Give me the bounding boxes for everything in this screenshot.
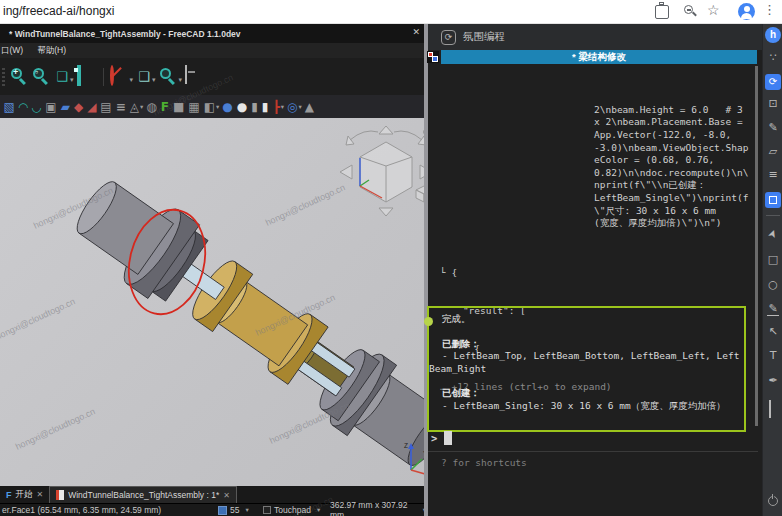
part-tool-icon[interactable]: ▦: [188, 100, 200, 114]
tab-close-icon[interactable]: ✕: [37, 490, 44, 499]
zoom-out-icon[interactable]: [684, 5, 698, 19]
freecad-window-title: * WindTunnelBalance_TightAssembly - Free…: [9, 29, 241, 39]
tab-start[interactable]: F 开始 ✕: [0, 486, 49, 503]
toolbar-grip[interactable]: [2, 68, 5, 86]
share-icon[interactable]: ∵: [763, 52, 782, 64]
statusbar: er.Face1 (65.54 mm, 6.35 mm, 24.59 mm) 5…: [0, 503, 426, 516]
code-line: eColor = (0.68, 0.76,: [594, 154, 748, 167]
arrow-tool-icon[interactable]: ↖: [763, 326, 782, 338]
vibe-logo-icon: ⟳: [441, 30, 456, 45]
user-avatar[interactable]: h: [765, 27, 781, 43]
created-items: - LeftBeam_Single: 30 x 16 x 6 mm（宽度、厚度均…: [429, 400, 740, 413]
clipping-plane-icon[interactable]: [110, 65, 114, 86]
screen: ing/freecad-ai/hongxi ☆ ⋮ * WindTunnelBa…: [0, 0, 782, 516]
circle-tool-icon[interactable]: ○: [763, 279, 782, 291]
draw-style-icon[interactable]: ❑: [136, 67, 152, 87]
text-tool-icon[interactable]: T: [763, 350, 782, 362]
start-page-icon: F: [6, 490, 12, 500]
rectangle-tool-icon[interactable]: □: [763, 254, 782, 266]
part-tool-icon[interactable]: ▮: [262, 100, 270, 114]
chevron-down-icon[interactable]: ▾: [70, 76, 74, 84]
chevron-down-icon[interactable]: ▾: [130, 76, 134, 84]
freecad-titlebar[interactable]: * WindTunnelBalance_TightAssembly - Free…: [0, 24, 426, 43]
code-line: 0.82)\n\ndoc.recompute()\n\: [594, 167, 748, 180]
3d-viewport[interactable]: Z Y X hongxi@cloudtogo.cn hongxi@cloudto…: [0, 118, 433, 486]
window-close-icon[interactable]: ✕: [412, 27, 420, 37]
terminal-prompt[interactable]: >: [431, 431, 452, 445]
part-tool-icon[interactable]: ▣: [45, 100, 57, 114]
chevron-down-icon[interactable]: ▾: [179, 76, 183, 84]
menu-help[interactable]: 帮助(H): [37, 45, 66, 57]
part-tool-icon[interactable]: ●: [222, 100, 233, 114]
task-title-bar: * 梁结构修改: [441, 50, 757, 64]
trash-icon[interactable]: [768, 400, 778, 418]
part-tool-icon[interactable]: ▧: [4, 100, 16, 114]
eyedropper-icon[interactable]: ✒: [763, 375, 782, 387]
prompt-char: >: [431, 432, 437, 444]
part-tool-icon[interactable]: ◡: [32, 100, 42, 114]
part-tool-icon[interactable]: ▮: [251, 100, 259, 114]
freecad-doc-icon: [56, 490, 64, 500]
robot-icon[interactable]: ⊡: [763, 98, 782, 110]
browser-profile-avatar[interactable]: [738, 3, 755, 20]
view-size-dropdown[interactable]: 362.97 mm x 307.92 mm ▾: [330, 500, 426, 516]
zoom-tools-icon[interactable]: [159, 67, 179, 87]
part-tool-icon[interactable]: ▲: [305, 100, 315, 114]
part-tool-icon[interactable]: ◎ ▾: [287, 100, 302, 114]
panel-scrollbar[interactable]: [755, 66, 758, 426]
code-line: App.Vector(-122.0, -8.0,: [594, 129, 748, 142]
render-quality-dropdown[interactable]: 55 ▾: [218, 505, 249, 515]
navigation-style-dropdown[interactable]: Touchpad ▾: [263, 505, 320, 515]
edit-note-icon[interactable]: ✎: [763, 122, 782, 134]
tab-document[interactable]: WindTunnelBalance_TightAssembly : 1* ✕: [49, 486, 237, 503]
part-tool-icon[interactable]: ◍: [146, 100, 157, 114]
tab-close-icon[interactable]: ✕: [223, 491, 230, 500]
navcube-rotate-right-arrow: [394, 131, 422, 140]
view-toolbar: + ▫ ❑ ▾ ▾ ❑ ▾ ▾: [0, 58, 426, 95]
bookmark-star-icon[interactable]: ☆: [707, 2, 720, 18]
part-tool-icon[interactable]: ◧ ▾: [204, 100, 220, 114]
task-app-icon: [427, 51, 439, 63]
chevron-down-icon[interactable]: ▾: [152, 76, 156, 84]
browser-menu-icon[interactable]: ⋮: [763, 2, 776, 17]
code-line: \"尺寸: 30 x 16 x 6 mm: [594, 205, 748, 218]
power-icon[interactable]: [768, 496, 778, 506]
part-tool-icon[interactable]: ●: [237, 100, 248, 114]
fit-selection-icon[interactable]: [77, 65, 81, 86]
chevron-down-icon: ▾: [216, 103, 219, 111]
folder-icon[interactable]: ▱: [763, 146, 782, 158]
part-tool-icon[interactable]: ▤: [100, 100, 112, 114]
vibe-coding-panel: ⟳ 氛围编程 * 梁结构修改 2\nbeam.Height = 6.0 # 3x…: [428, 24, 762, 516]
screenshot-icon[interactable]: [765, 192, 781, 208]
part-tool-icon[interactable]: ▰: [61, 100, 71, 114]
part-tool-icon[interactable]: ■: [173, 100, 185, 114]
part-tool-icon[interactable]: ┣ ▾: [272, 100, 284, 114]
part-tool-icon[interactable]: ◆: [74, 100, 84, 114]
part-tool-icon[interactable]: ≡: [116, 100, 127, 114]
menu-window[interactable]: 口(W): [1, 45, 23, 57]
save-page-icon[interactable]: [655, 5, 669, 19]
navigation-cube[interactable]: [336, 124, 433, 224]
session-list-icon[interactable]: ≡: [763, 169, 782, 181]
part-tool-icon[interactable]: F: [161, 100, 170, 114]
part-tool-icon[interactable]: ◢: [87, 100, 97, 114]
cursor-tool-icon[interactable]: ➤: [764, 223, 782, 246]
code-line: x 2\nbeam.Placement.Base =: [594, 116, 748, 129]
completion-box: 完成。 已删除： - LeftBeam_Top, LeftBeam_Bottom…: [427, 306, 746, 432]
vibe-coding-icon[interactable]: ⟳: [765, 74, 781, 90]
code-line: LeftBeam_Single\")\nprint(f: [594, 192, 748, 205]
zoom-box-icon[interactable]: ▫: [32, 67, 52, 87]
shortcuts-hint: ? for shortcuts: [441, 457, 527, 468]
toolbar-separator: [103, 68, 104, 86]
chevron-down-icon: ▾: [317, 506, 320, 514]
draw-tool-icon[interactable]: ✎: [767, 303, 779, 316]
measure-icon[interactable]: [185, 65, 187, 84]
checkbox-icon: [263, 506, 271, 514]
result-line: └ {: [440, 267, 612, 280]
zoom-in-icon[interactable]: +: [10, 67, 30, 87]
isometric-view-icon[interactable]: ❑: [54, 67, 70, 87]
part-tool-icon[interactable]: ◬ ▾: [130, 100, 144, 114]
completion-status: 完成。: [429, 313, 740, 326]
browser-bar: ing/freecad-ai/hongxi ☆ ⋮: [0, 0, 782, 24]
part-tool-icon[interactable]: ◠: [19, 100, 29, 114]
